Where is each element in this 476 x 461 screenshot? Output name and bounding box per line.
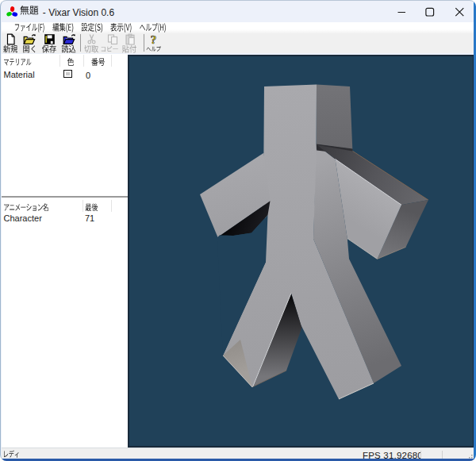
svg-text:?: ? (151, 33, 157, 45)
